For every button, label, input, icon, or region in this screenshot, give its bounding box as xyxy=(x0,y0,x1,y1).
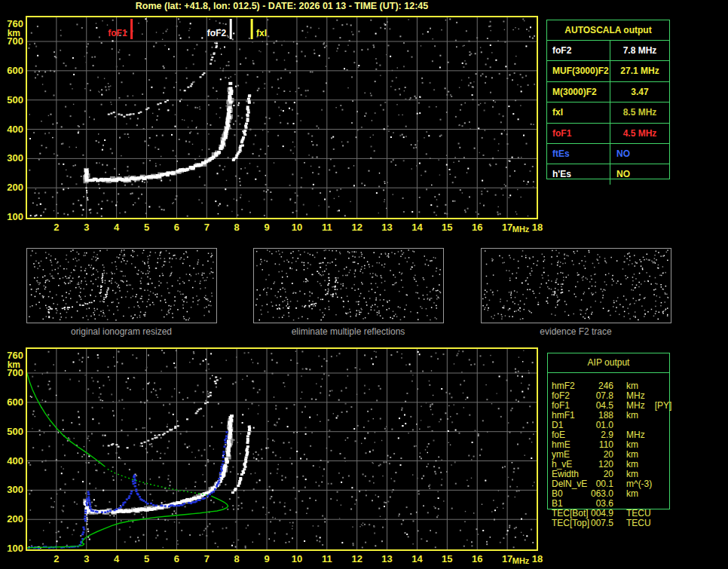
autoscala-param: fxI xyxy=(547,102,610,122)
svg-text:8: 8 xyxy=(234,222,240,233)
svg-text:km: km xyxy=(8,28,20,38)
svg-text:18: 18 xyxy=(532,222,543,233)
thumbnail-caption-evidence-f2: evidence F2 trace xyxy=(481,326,671,337)
aip-table-body: hmF2246kmfoF207.8MHzfoF104.5MHz[PY]hmF11… xyxy=(552,381,717,528)
svg-text:500: 500 xyxy=(7,426,23,437)
svg-text:3: 3 xyxy=(84,553,89,564)
svg-text:6: 6 xyxy=(174,222,179,233)
svg-text:200: 200 xyxy=(7,513,23,525)
autoscala-value: 3.47 xyxy=(610,82,669,102)
svg-text:5: 5 xyxy=(144,222,149,233)
autoscala-screen: { "header": { "title": "Rome (lat: +41.8… xyxy=(0,0,728,569)
thumbnail-f2-trace-plot xyxy=(482,249,671,323)
svg-text:100: 100 xyxy=(7,543,23,554)
svg-text:17: 17 xyxy=(502,553,512,564)
autoscala-param: h'Es xyxy=(547,164,610,184)
svg-text:300: 300 xyxy=(7,484,23,495)
svg-text:11: 11 xyxy=(322,553,332,564)
svg-text:MHz: MHz xyxy=(512,556,530,565)
thumbnail-original-plot xyxy=(27,249,217,323)
thumbnail-no-multiples-plot xyxy=(254,249,444,323)
svg-text:foF2: foF2 xyxy=(207,28,227,38)
svg-text:6: 6 xyxy=(174,553,179,564)
autoscala-value: 27.1 MHz xyxy=(610,61,669,81)
svg-text:13: 13 xyxy=(381,222,392,233)
svg-text:5: 5 xyxy=(144,553,149,564)
autoscala-value: 4.5 MHz xyxy=(610,124,669,143)
aip-profile-ionogram: 760700600500400300200100km23456789101112… xyxy=(7,348,543,565)
svg-text:15: 15 xyxy=(442,553,452,564)
svg-text:7: 7 xyxy=(204,222,210,233)
autoscala-row-MUF(3000)F2: MUF(3000)F227.1 MHz xyxy=(547,61,669,81)
autoscala-value: 7.8 MHz xyxy=(610,41,669,60)
autoscala-row-h'Es: h'EsNO xyxy=(547,164,669,184)
aip-table-title: AIP output xyxy=(548,353,669,373)
autoscala-value: NO xyxy=(610,164,669,184)
autoscala-param: foF2 xyxy=(547,41,610,60)
svg-text:300: 300 xyxy=(7,152,23,164)
svg-text:13: 13 xyxy=(381,553,392,564)
thumbnail-caption-eliminate-multiples: eliminate multiple reflections xyxy=(253,326,443,337)
svg-text:4: 4 xyxy=(114,553,120,564)
svg-text:3: 3 xyxy=(84,222,89,233)
svg-text:14: 14 xyxy=(411,222,423,233)
autoscala-value: NO xyxy=(610,144,669,164)
svg-text:15: 15 xyxy=(442,222,452,233)
svg-text:16: 16 xyxy=(472,553,482,564)
aip-param: TEC[Top] xyxy=(552,519,589,528)
svg-text:500: 500 xyxy=(7,94,23,106)
aip-unit: TECU xyxy=(626,519,651,528)
autoscala-param: ftEs xyxy=(547,144,610,164)
autoscala-row-fxI: fxI8.5 MHz xyxy=(547,102,669,123)
svg-text:10: 10 xyxy=(292,553,302,564)
svg-text:9: 9 xyxy=(264,222,269,233)
svg-text:9: 9 xyxy=(264,553,269,564)
svg-text:8: 8 xyxy=(234,553,240,564)
svg-text:16: 16 xyxy=(472,222,482,233)
aip-note: [PY] xyxy=(655,401,672,411)
autoscala-row-foF1: foF14.5 MHz xyxy=(547,124,669,144)
svg-text:4: 4 xyxy=(114,222,120,233)
svg-text:12: 12 xyxy=(351,222,362,233)
svg-text:100: 100 xyxy=(7,211,23,222)
autoscala-param: MUF(3000)F2 xyxy=(547,61,610,81)
aip-unit: km xyxy=(626,489,638,499)
autoscala-param: M(3000)F2 xyxy=(547,82,610,102)
aip-row-B0: B0063.0km xyxy=(552,489,717,499)
svg-text:MHz: MHz xyxy=(512,225,530,234)
svg-text:12: 12 xyxy=(351,553,362,564)
svg-text:600: 600 xyxy=(7,65,23,76)
autoscala-table-title: AUTOSCALA output xyxy=(547,20,669,41)
svg-text:2: 2 xyxy=(54,553,59,564)
autoscala-ionogram: foF1foF2fxI760700600500400300200100km234… xyxy=(7,17,543,234)
aip-value: 007.5 xyxy=(589,519,613,528)
svg-text:2: 2 xyxy=(54,222,59,233)
autoscala-table-body: foF27.8 MHzMUF(3000)F227.1 MHzM(3000)F23… xyxy=(547,41,669,185)
autoscala-row-foF2: foF27.8 MHz xyxy=(547,41,669,61)
svg-text:km: km xyxy=(8,359,20,370)
svg-text:10: 10 xyxy=(292,222,302,233)
svg-text:11: 11 xyxy=(322,222,332,233)
svg-text:7: 7 xyxy=(204,553,210,564)
autoscala-param: foF1 xyxy=(547,124,610,143)
autoscala-row-M(3000)F2: M(3000)F23.47 xyxy=(547,82,669,102)
svg-text:fxI: fxI xyxy=(256,28,267,38)
svg-text:17: 17 xyxy=(502,222,512,233)
thumbnail-caption-original: original ionogram resized xyxy=(26,326,216,337)
autoscala-table: AUTOSCALA output foF27.8 MHzMUF(3000)F22… xyxy=(546,20,670,179)
svg-text:400: 400 xyxy=(7,455,23,467)
svg-text:foF1: foF1 xyxy=(108,28,127,38)
svg-text:14: 14 xyxy=(411,553,423,564)
aip-row-hmF1: hmF1188km xyxy=(552,411,717,421)
aip-row-TEC[Top]: TEC[Top]007.5TECU xyxy=(552,519,717,528)
svg-text:600: 600 xyxy=(7,396,23,408)
svg-text:18: 18 xyxy=(532,553,543,564)
svg-text:400: 400 xyxy=(7,124,23,135)
svg-text:200: 200 xyxy=(7,182,23,193)
autoscala-row-ftEs: ftEsNO xyxy=(547,144,669,164)
autoscala-value: 8.5 MHz xyxy=(610,102,669,122)
aip-unit: km xyxy=(626,411,638,421)
